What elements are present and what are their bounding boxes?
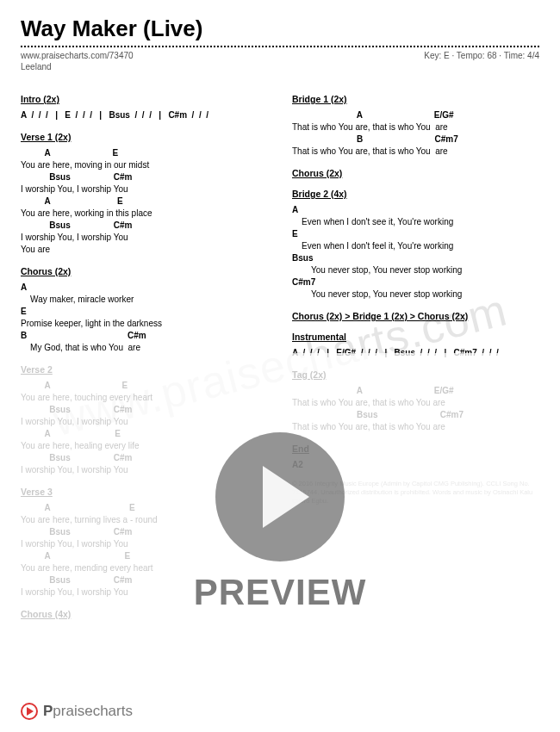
footer-logo: Ppraisecharts: [21, 703, 133, 720]
chords: A E: [21, 550, 268, 562]
chords: E: [21, 306, 268, 318]
artist: Leeland: [21, 62, 134, 71]
verse1-title: Verse 1 (2x): [21, 132, 268, 142]
song-meta: Key: E · Tempo: 68 · Time: 4/4: [424, 51, 539, 71]
end-title: End: [292, 444, 539, 454]
intro-chords: A / / / | E / / / | Bsus / / / | C#m / /…: [21, 109, 268, 121]
song-url: www.praisecharts.com/73470: [21, 51, 134, 60]
lyric: That is who You are, that is who You are: [292, 146, 539, 158]
lyric: I worship You, I worship You: [21, 464, 268, 476]
divider: [21, 46, 539, 47]
chords: Bsus C#m: [21, 526, 268, 538]
chords: A E/G#: [292, 109, 539, 121]
lyric: I worship You, I worship You: [21, 183, 268, 195]
lyric: You are here, mending every heart: [21, 562, 268, 574]
copyright: © 2016 Integrity Music Europe (Admin by …: [292, 480, 539, 505]
lyric: You are here, working in this place: [21, 208, 268, 220]
lyric: I worship You, I worship You: [21, 586, 268, 599]
lyric: Promise keeper, light in the darkness: [21, 318, 268, 330]
lyric: Even when I don't feel it, You're workin…: [292, 240, 539, 252]
chords: Bsus C#m: [21, 171, 268, 183]
song-flow: Chorus (2x) > Bridge 1 (2x) > Chorus (2x…: [292, 311, 539, 321]
end-chord: A2: [292, 459, 539, 471]
bridge1-title: Bridge 1 (2x): [292, 94, 539, 104]
lyric: You are here, turning lives a - round: [21, 514, 268, 526]
chords: A E: [21, 380, 268, 392]
lyric: I worship You, I worship You: [21, 232, 268, 244]
lyric: Even when I don't see it, You're working: [292, 216, 539, 228]
lyric: My God, that is who You are: [21, 342, 268, 354]
bridge2-title: Bridge 2 (4x): [292, 189, 539, 199]
left-column: Intro (2x) A / / / | E / / / | Bsus / / …: [21, 84, 268, 619]
meta-row: www.praisecharts.com/73470 Leeland Key: …: [21, 51, 539, 71]
lyric: You never stop, You never stop working: [292, 264, 539, 276]
verse3-title: Verse 3: [21, 487, 268, 497]
lyric: Way maker, miracle worker: [21, 294, 268, 306]
instrumental-chords: A / / / | E/G# / / / | Bsus / / / | C#m7…: [292, 347, 539, 359]
lyric: You are here, touching every heart: [21, 392, 268, 404]
chords: Bsus C#m: [21, 574, 268, 586]
chords: A E: [21, 502, 268, 514]
chords: A E: [21, 428, 268, 440]
chords: A E: [21, 195, 268, 208]
intro-title: Intro (2x): [21, 94, 268, 104]
chords: C#m7: [292, 276, 539, 288]
song-title: Way Maker (Live): [21, 16, 539, 42]
chords: A: [21, 282, 268, 294]
chords: B C#m7: [292, 133, 539, 146]
lyric: That is who You are, that is who You are: [292, 421, 539, 433]
chords: Bsus C#m7: [292, 409, 539, 421]
chords: A E: [21, 147, 268, 159]
chords: E: [292, 228, 539, 240]
chorus-4x-ref: Chorus (4x): [21, 609, 268, 619]
tag-title: Tag (2x): [292, 369, 539, 380]
chords: Bsus: [292, 252, 539, 264]
chorus-title: Chorus (2x): [21, 266, 268, 276]
chords: A: [292, 204, 539, 216]
chords: Bsus C#m: [21, 220, 268, 232]
lyric: You are here, healing every life: [21, 440, 268, 452]
content-columns: Intro (2x) A / / / | E / / / | Bsus / / …: [21, 84, 539, 619]
praisecharts-icon: [21, 703, 38, 720]
lyric: That is who You are, that is who You are: [292, 397, 539, 409]
chords: Bsus C#m: [21, 404, 268, 416]
lyric: You are here, moving in our midst: [21, 159, 268, 171]
lyric: That is who You are, that is who You are: [292, 121, 539, 133]
instrumental-title: Instrumental: [292, 332, 539, 342]
right-column: Bridge 1 (2x) A E/G# That is who You are…: [292, 84, 539, 619]
lyric: I worship You, I worship You: [21, 538, 268, 550]
lyric: I worship You, I worship You: [21, 416, 268, 428]
chords: A E/G#: [292, 385, 539, 397]
lyric: You are: [21, 244, 268, 256]
chorus-2x-ref: Chorus (2x): [292, 168, 539, 178]
lyric: You never stop, You never stop working: [292, 288, 539, 301]
verse2-title: Verse 2: [21, 364, 268, 375]
chords: Bsus C#m: [21, 452, 268, 464]
chords: B C#m: [21, 330, 268, 342]
